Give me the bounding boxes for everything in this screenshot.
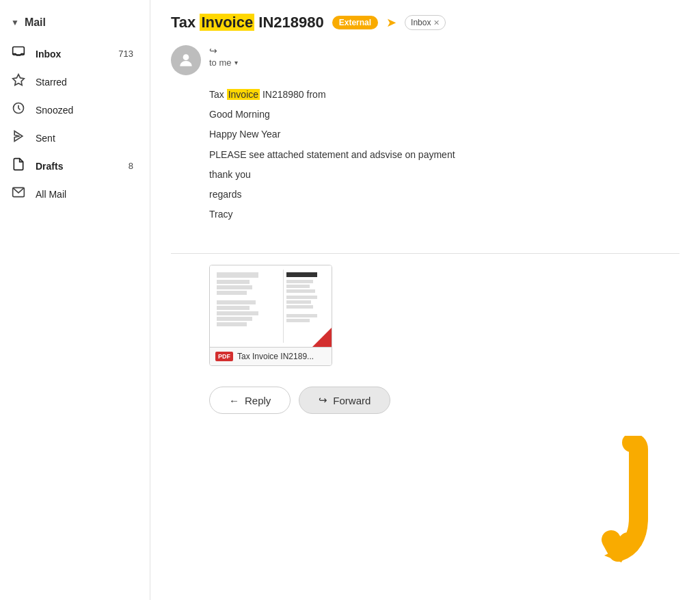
subject-prefix: Tax	[171, 14, 200, 31]
svg-point-5	[183, 54, 189, 60]
arrow-svg	[577, 436, 659, 573]
sidebar-snoozed-label: Snoozed	[36, 105, 73, 116]
sidebar-item-allmail[interactable]: All Mail	[0, 180, 144, 208]
arrow-right-icon: ➤	[386, 15, 396, 30]
sidebar-drafts-label: Drafts	[36, 161, 63, 172]
svg-marker-6	[604, 542, 632, 562]
subject-highlight: Invoice	[200, 14, 254, 31]
email-body: Tax Invoice IN218980 from Good Morning H…	[209, 86, 679, 226]
sidebar-starred-label: Starred	[36, 77, 67, 88]
to-me-row[interactable]: to me ▾	[209, 57, 238, 68]
sidebar-item-sent[interactable]: Sent	[0, 124, 144, 152]
red-triangle-decoration	[312, 328, 332, 347]
to-me-chevron-icon: ▾	[234, 59, 238, 66]
body-line1-suffix: IN218980 from	[260, 89, 326, 100]
inbox-count: 713	[118, 49, 133, 59]
star-icon	[11, 73, 26, 90]
body-line1: Tax Invoice IN218980 from	[209, 86, 679, 103]
body-line2: Good Morning	[209, 106, 679, 123]
body-line4: PLEASE see attached statement and adsvis…	[209, 146, 679, 164]
forward-small-icon: ↪	[209, 45, 238, 56]
sidebar-item-snoozed[interactable]: Snoozed	[0, 96, 144, 124]
body-line3: Happy New Year	[209, 126, 679, 143]
email-main: Tax Invoice IN218980 External ➤ Inbox ✕ …	[150, 0, 700, 600]
body-line1-prefix: Tax	[209, 89, 227, 100]
svg-marker-1	[13, 75, 25, 86]
inbox-badge-label: Inbox	[411, 18, 431, 27]
email-subject: Tax Invoice IN218980	[171, 14, 324, 31]
inbox-badge-close[interactable]: ✕	[433, 18, 440, 27]
sidebar-header-label: Mail	[25, 16, 46, 29]
sender-info: ↪ to me ▾	[209, 45, 238, 68]
draft-icon	[11, 157, 26, 174]
sender-row: ↪ to me ▾	[171, 45, 679, 75]
sidebar-allmail-label: All Mail	[36, 189, 66, 200]
attachment-name-bar: PDF Tax Invoice IN2189...	[210, 348, 332, 365]
attachment-area: PDF Tax Invoice IN2189...	[209, 265, 679, 366]
attachment-preview	[210, 265, 332, 348]
attachment-thumbnail[interactable]: PDF Tax Invoice IN2189...	[209, 265, 332, 366]
sidebar: ▼ Mail Inbox 713 Starred Snoozed	[0, 0, 150, 600]
yellow-arrow-shape	[577, 436, 659, 573]
to-me-label: to me	[209, 57, 232, 68]
sidebar-item-drafts[interactable]: Drafts 8	[0, 152, 144, 180]
forward-button[interactable]: ↪ Forward	[299, 387, 390, 414]
sidebar-item-inbox[interactable]: Inbox 713	[0, 40, 144, 68]
action-buttons: ← Reply ↪ Forward	[209, 387, 679, 414]
forward-arrow-icon: ↪	[319, 394, 327, 406]
sidebar-sent-label: Sent	[36, 133, 55, 144]
body-line7: Tracy	[209, 206, 679, 223]
sidebar-inbox-label: Inbox	[36, 49, 61, 60]
reply-arrow-icon: ←	[229, 395, 239, 406]
avatar	[171, 45, 201, 75]
pdf-icon: PDF	[215, 352, 233, 361]
body-line5: thank you	[209, 166, 679, 183]
inbox-badge: Inbox ✕	[405, 15, 446, 30]
send-icon	[11, 129, 26, 146]
attachment-label: Tax Invoice IN2189...	[237, 352, 314, 361]
drafts-count: 8	[129, 161, 133, 171]
clock-icon	[11, 101, 26, 118]
external-badge: External	[332, 16, 378, 29]
body-line6: regards	[209, 186, 679, 203]
email-title-row: Tax Invoice IN218980 External ➤ Inbox ✕	[171, 14, 679, 31]
svg-marker-3	[14, 131, 23, 142]
subject-suffix: IN218980	[254, 14, 324, 31]
sidebar-header[interactable]: ▼ Mail	[0, 11, 150, 40]
yellow-arrow-decoration	[577, 436, 659, 573]
divider	[171, 253, 679, 254]
collapse-arrow-icon: ▼	[11, 18, 19, 27]
reply-label: Reply	[245, 395, 271, 406]
sidebar-item-starred[interactable]: Starred	[0, 68, 144, 96]
body-line1-highlight: Invoice	[227, 89, 260, 100]
forward-label: Forward	[333, 395, 371, 406]
reply-button[interactable]: ← Reply	[209, 387, 291, 414]
inbox-icon	[11, 45, 26, 62]
envelope-icon	[11, 185, 26, 203]
